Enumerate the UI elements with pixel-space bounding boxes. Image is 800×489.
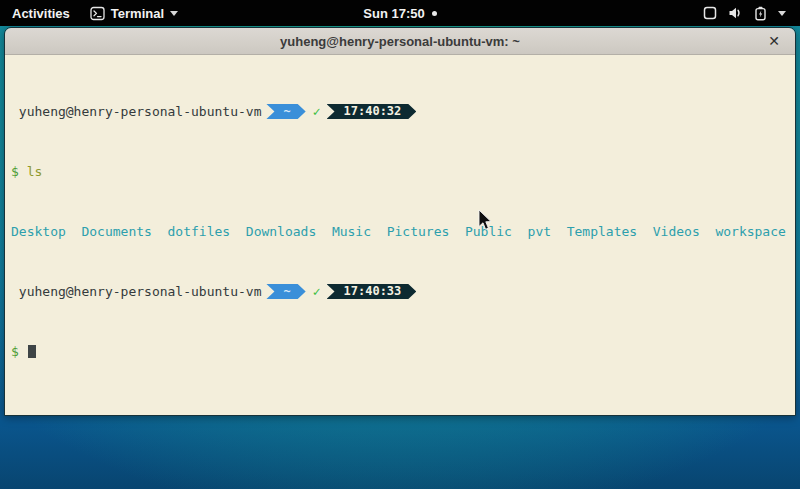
app-menu-terminal[interactable]: Terminal: [82, 0, 186, 26]
screen-icon: [703, 6, 717, 20]
shell-prompt-symbol: $: [11, 344, 19, 359]
prompt-line-1: yuheng@henry-personal-ubuntu-vm ~ ✓ 17:4…: [11, 104, 795, 119]
terminal-app-icon: [90, 6, 105, 21]
chevron-down-icon: [778, 11, 786, 16]
prompt-user: yuheng@henry-personal-ubuntu-vm: [11, 284, 261, 299]
activities-button[interactable]: Activities: [0, 0, 82, 26]
terminal-cursor: [28, 345, 36, 358]
typed-command: ls: [27, 164, 43, 179]
clock-button[interactable]: Sun 17:50: [363, 6, 436, 21]
shell-prompt-symbol: $: [11, 164, 19, 179]
prompt-cwd-segment: ~: [266, 104, 305, 119]
window-title: yuheng@henry-personal-ubuntu-vm: ~: [280, 34, 520, 49]
chevron-down-icon: [170, 11, 178, 16]
app-menu-label: Terminal: [111, 6, 164, 21]
top-bar: Activities Terminal Sun 17:50: [0, 0, 800, 26]
status-check-icon: ✓: [313, 104, 321, 119]
close-icon: ✕: [768, 33, 780, 49]
terminal-screen[interactable]: yuheng@henry-personal-ubuntu-vm ~ ✓ 17:4…: [5, 55, 795, 415]
volume-icon: [728, 6, 743, 20]
directory-list: Desktop Documents dotfiles Downloads Mus…: [11, 224, 786, 239]
battery-charging-icon: [754, 6, 767, 21]
prompt-time-segment: 17:40:32: [327, 104, 417, 119]
close-button[interactable]: ✕: [763, 30, 785, 52]
prompt-cwd-segment: ~: [266, 284, 305, 299]
command-line: $ ls: [11, 164, 795, 179]
status-check-icon: ✓: [313, 284, 321, 299]
prompt-time-segment: 17:40:33: [327, 284, 417, 299]
window-titlebar[interactable]: yuheng@henry-personal-ubuntu-vm: ~ ✕: [5, 28, 795, 55]
ls-output-line: Desktop Documents dotfiles Downloads Mus…: [11, 224, 795, 239]
prompt-user: yuheng@henry-personal-ubuntu-vm: [11, 104, 261, 119]
terminal-window: yuheng@henry-personal-ubuntu-vm: ~ ✕ yuh…: [4, 27, 796, 416]
input-line[interactable]: $: [11, 344, 795, 359]
clock-label: Sun 17:50: [363, 6, 424, 21]
prompt-line-2: yuheng@henry-personal-ubuntu-vm ~ ✓ 17:4…: [11, 284, 795, 299]
notification-dot-icon: [432, 11, 437, 16]
system-tray-menu[interactable]: [689, 0, 800, 26]
